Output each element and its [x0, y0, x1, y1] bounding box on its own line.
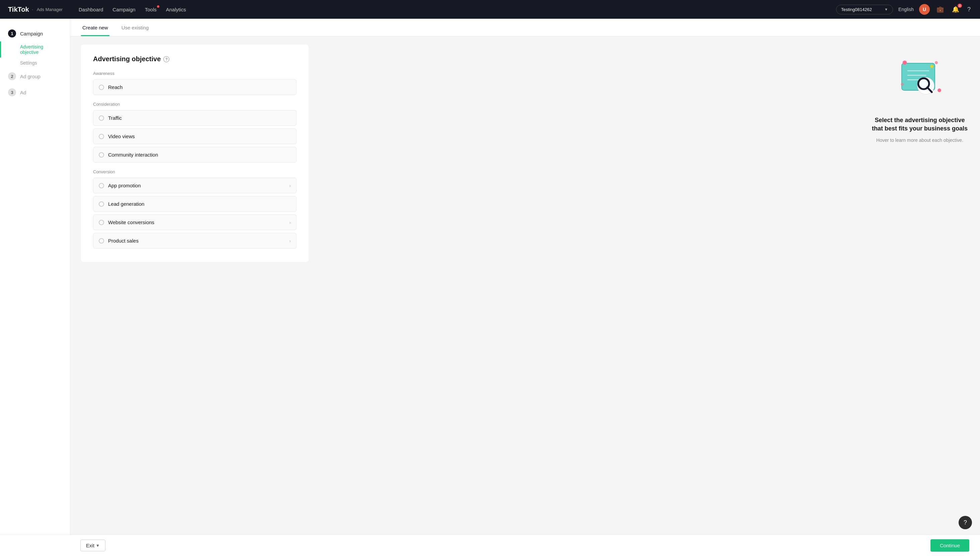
sidebar-step-campaign[interactable]: 1 Campaign — [0, 26, 70, 42]
category-conversion: Conversion — [93, 169, 296, 174]
right-panel: Select the advertising objective that be… — [860, 36, 980, 556]
user-avatar[interactable]: U — [919, 4, 930, 15]
radio-product-sales — [99, 238, 104, 244]
option-lead-generation[interactable]: Lead generation — [93, 196, 296, 212]
help-icon[interactable]: ? — [966, 5, 972, 15]
product-sales-chevron-icon: › — [289, 238, 291, 244]
topnav: TikTok · Ads Manager Dashboard Campaign … — [0, 0, 980, 19]
account-chevron-icon: ▼ — [884, 7, 888, 11]
topnav-right: Testing0814262 ▼ English U 💼 🔔 2 ? — [836, 4, 972, 15]
continue-button[interactable]: Continue — [930, 539, 969, 552]
sidebar-step-adgroup[interactable]: 2 Ad group — [0, 68, 70, 84]
category-consideration: Consideration — [93, 102, 296, 107]
option-app-promotion[interactable]: App promotion › — [93, 178, 296, 193]
illustration — [889, 50, 950, 107]
main-layout: 1 Campaign Advertising objective Setting… — [0, 19, 980, 556]
option-website-conversions[interactable]: Website conversions › — [93, 215, 296, 230]
nav-dashboard[interactable]: Dashboard — [79, 7, 103, 12]
sidebar-item-advertising-objective[interactable]: Advertising objective — [0, 42, 70, 58]
option-community-interaction-label: Community interaction — [108, 152, 158, 158]
exit-chevron-icon: ▼ — [96, 543, 100, 548]
account-name: Testing0814262 — [841, 7, 872, 12]
main-content: Create new Use existing Advertising obje… — [70, 19, 980, 556]
sidebar-item-settings[interactable]: Settings — [0, 58, 70, 68]
sidebar: 1 Campaign Advertising objective Setting… — [0, 19, 70, 556]
help-float-button[interactable]: ? — [959, 516, 972, 529]
nav-links: Dashboard Campaign Tools Analytics — [79, 7, 825, 12]
tabs-bar: Create new Use existing — [70, 19, 980, 36]
option-video-views[interactable]: Video views — [93, 128, 296, 144]
svg-point-9 — [935, 61, 938, 64]
panel-subtitle: Hover to learn more about each objective… — [876, 137, 963, 144]
option-traffic-label: Traffic — [108, 115, 122, 121]
website-conversions-chevron-icon: › — [289, 220, 291, 225]
radio-reach — [99, 85, 104, 90]
form-card: Advertising objective ? Awareness Reach … — [81, 45, 309, 262]
notification-badge: 2 — [957, 4, 962, 8]
ads-manager-text: Ads Manager — [37, 7, 63, 12]
exit-label: Exit — [86, 543, 94, 548]
radio-lead-generation — [99, 201, 104, 207]
svg-point-11 — [901, 83, 904, 86]
option-traffic[interactable]: Traffic — [93, 110, 296, 126]
nav-tools[interactable]: Tools — [145, 7, 157, 12]
tools-notification-dot — [157, 5, 159, 8]
svg-point-8 — [903, 61, 907, 65]
tab-use-existing[interactable]: Use existing — [120, 19, 150, 36]
app-promotion-chevron-icon: › — [289, 183, 291, 188]
sidebar-step-ad[interactable]: 3 Ad — [0, 84, 70, 100]
option-app-promotion-label: App promotion — [108, 183, 141, 188]
notifications-icon[interactable]: 🔔 2 — [951, 4, 961, 15]
form-help-icon[interactable]: ? — [164, 56, 169, 62]
step-num-1: 1 — [8, 29, 16, 37]
radio-community-interaction — [99, 152, 104, 158]
svg-point-10 — [938, 89, 941, 92]
step-label-ad: Ad — [20, 90, 26, 95]
radio-website-conversions — [99, 220, 104, 225]
account-selector[interactable]: Testing0814262 ▼ — [836, 5, 893, 15]
language-selector[interactable]: English — [898, 7, 914, 12]
panel-title: Select the advertising objective that be… — [870, 116, 969, 133]
nav-campaign[interactable]: Campaign — [112, 7, 135, 12]
option-lead-generation-label: Lead generation — [108, 201, 144, 207]
option-video-views-label: Video views — [108, 134, 135, 139]
briefcase-icon[interactable]: 💼 — [935, 4, 945, 15]
step-label-campaign: Campaign — [20, 31, 43, 36]
content-row: Advertising objective ? Awareness Reach … — [70, 36, 980, 556]
option-reach-label: Reach — [108, 84, 123, 90]
step-num-2: 2 — [8, 72, 16, 80]
option-website-conversions-label: Website conversions — [108, 220, 154, 225]
radio-video-views — [99, 134, 104, 139]
option-product-sales[interactable]: Product sales › — [93, 233, 296, 249]
logo: TikTok · Ads Manager — [8, 6, 63, 13]
radio-app-promotion — [99, 183, 104, 188]
step-num-3: 3 — [8, 88, 16, 96]
tiktok-logo-text: TikTok — [8, 6, 29, 13]
option-product-sales-label: Product sales — [108, 238, 139, 244]
nav-analytics[interactable]: Analytics — [166, 7, 186, 12]
tab-create-new[interactable]: Create new — [81, 19, 109, 36]
radio-traffic — [99, 115, 104, 121]
exit-button[interactable]: Exit ▼ — [80, 540, 105, 551]
form-wrapper: Advertising objective ? Awareness Reach … — [70, 36, 860, 556]
option-reach[interactable]: Reach — [93, 79, 296, 95]
bottom-bar: Exit ▼ Continue — [0, 535, 980, 556]
step-label-adgroup: Ad group — [20, 74, 40, 79]
form-title: Advertising objective ? — [93, 55, 296, 63]
category-awareness: Awareness — [93, 71, 296, 76]
option-community-interaction[interactable]: Community interaction — [93, 147, 296, 163]
